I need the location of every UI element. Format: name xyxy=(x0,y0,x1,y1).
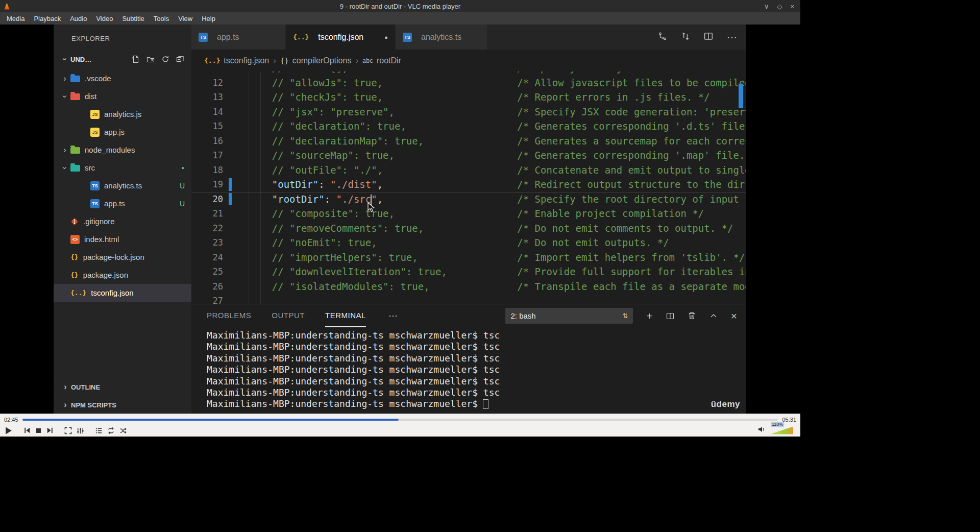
code-line[interactable]: 17 // "sourceMap": true, /* Generates co… xyxy=(191,148,746,163)
maximize-panel-icon[interactable] xyxy=(709,312,718,320)
playlist-button[interactable] xyxy=(95,427,103,434)
tree-item-node_modules[interactable]: ›node_modules xyxy=(54,141,191,159)
chevron-down-icon[interactable]: › xyxy=(60,162,69,174)
tab-app.ts[interactable]: TSapp.ts xyxy=(191,25,286,50)
code-line[interactable]: 21 // "composite": true, /* Enable proje… xyxy=(191,206,746,221)
menu-subtitle[interactable]: Subtitle xyxy=(117,12,149,25)
code-line[interactable]: 22 // "removeComments": true, /* Do not … xyxy=(191,221,746,236)
play-button[interactable] xyxy=(4,426,13,435)
kill-terminal-icon[interactable] xyxy=(688,311,696,320)
tab-analytics.ts[interactable]: TSanalytics.ts xyxy=(396,25,487,50)
tree-item-app.js[interactable]: JSapp.js xyxy=(54,123,191,141)
more-actions-icon[interactable]: ⋯ xyxy=(727,32,737,42)
chevron-down-icon[interactable]: › xyxy=(60,91,69,102)
next-button[interactable] xyxy=(46,427,54,434)
code-editor[interactable]: 11 // "lib": [], /* Specify library file… xyxy=(191,71,746,304)
maximize-button[interactable]: ◇ xyxy=(777,3,782,10)
code-line[interactable]: 18 // "outFile": "./", /* Concatenate an… xyxy=(191,163,746,178)
breadcrumb-tsconfig.json[interactable]: {..}tsconfig.json xyxy=(204,56,269,65)
new-folder-icon[interactable] xyxy=(146,55,155,63)
code-line[interactable]: 26 // "isolatedModules": true, /* Transp… xyxy=(191,279,746,294)
panel-tab-problems[interactable]: PROBLEMS xyxy=(207,304,251,327)
file-label: node_modules xyxy=(85,146,135,154)
open-changes-icon[interactable] xyxy=(658,32,667,43)
tree-item-package.json[interactable]: {}package.json xyxy=(54,266,191,284)
tree-item-package-lock.json[interactable]: {}package-lock.json xyxy=(54,248,191,266)
tree-item-app.ts[interactable]: TSapp.tsU xyxy=(54,195,191,212)
new-terminal-icon[interactable]: + xyxy=(646,310,652,321)
file-label: app.js xyxy=(104,128,125,136)
close-button[interactable]: × xyxy=(790,3,794,10)
panel-tab-output[interactable]: OUTPUT xyxy=(272,304,305,327)
extended-settings-button[interactable] xyxy=(77,427,84,434)
sync-changes-icon[interactable] xyxy=(681,32,690,43)
section-label: NPM SCRIPTS xyxy=(71,401,116,409)
line-number: 13 xyxy=(191,92,223,102)
code-text: // "isolatedModules": true, /* Transpile… xyxy=(249,279,746,294)
code-line[interactable]: 12 // "allowJs": true, /* Allow javascri… xyxy=(191,76,746,90)
code-line[interactable]: 20 "rootDir": "./src", /* Specify the ro… xyxy=(191,192,746,207)
code-line[interactable]: 16 // "declarationMap": true, /* Generat… xyxy=(191,134,746,149)
menu-audio[interactable]: Audio xyxy=(65,12,91,25)
new-file-icon[interactable] xyxy=(132,55,140,63)
split-editor-icon[interactable] xyxy=(704,32,713,43)
tree-item-analytics.ts[interactable]: TSanalytics.tsU xyxy=(54,177,191,195)
volume-slider[interactable] xyxy=(770,427,793,434)
loop-button[interactable] xyxy=(107,427,115,434)
breadcrumb-rootDir[interactable]: abcrootDir xyxy=(362,56,401,65)
chevron-right-icon[interactable]: › xyxy=(59,146,70,155)
tab-tsconfig.json[interactable]: {..}tsconfig.json● xyxy=(286,25,396,50)
split-terminal-icon[interactable] xyxy=(666,312,674,320)
menu-tools[interactable]: Tools xyxy=(149,12,174,25)
minimize-button[interactable]: ∨ xyxy=(764,3,769,10)
fullscreen-button[interactable] xyxy=(64,427,72,434)
tree-item-.gitignore[interactable]: .gitignore xyxy=(54,212,191,230)
code-line[interactable]: 14 // "jsx": "preserve", /* Specify JSX … xyxy=(191,105,746,119)
breadcrumb-compilerOptions[interactable]: {}compilerOptions xyxy=(280,56,351,65)
terminal-shell-select[interactable]: 2: bash ⇅ xyxy=(505,308,633,324)
seek-slider[interactable] xyxy=(22,419,778,421)
stop-button[interactable] xyxy=(35,427,42,434)
menu-video[interactable]: Video xyxy=(91,12,117,25)
code-line[interactable]: 24 // "importHelpers": true, /* Import e… xyxy=(191,250,746,265)
tree-item-src[interactable]: ›src● xyxy=(54,159,191,177)
menu-view[interactable]: View xyxy=(174,12,197,25)
code-line[interactable]: 13 // "checkJs": true, /* Report errors … xyxy=(191,90,746,105)
tree-item-analytics.js[interactable]: JSanalytics.js xyxy=(54,105,191,123)
udemy-watermark: ûdemy xyxy=(711,399,740,409)
vlc-titlebar[interactable]: 9 - rootDir and outDir - VLC media playe… xyxy=(0,0,800,12)
file-label: index.html xyxy=(84,235,119,244)
chevron-right-icon: › xyxy=(60,400,71,409)
file-label: app.ts xyxy=(104,199,125,208)
terminal-line: Maximilians-MBP:understanding-ts mschwar… xyxy=(207,353,746,364)
shuffle-button[interactable] xyxy=(119,427,127,434)
code-line[interactable]: 11 // "lib": [], /* Specify library file… xyxy=(191,71,746,76)
code-line[interactable]: 27 xyxy=(191,294,746,304)
menu-playback[interactable]: Playback xyxy=(29,12,65,25)
outline-section[interactable]: › OUTLINE xyxy=(54,378,191,396)
chevron-right-icon[interactable]: › xyxy=(59,74,70,83)
explorer-section-header[interactable]: › UND… xyxy=(54,49,191,69)
tree-item-tsconfig.json[interactable]: {..}tsconfig.json xyxy=(54,284,191,302)
code-line[interactable]: 15 // "declaration": true, /* Generates … xyxy=(191,119,746,134)
terminal-output[interactable]: Maximilians-MBP:understanding-ts mschwar… xyxy=(207,330,746,410)
collapse-folders-icon[interactable] xyxy=(176,55,184,63)
video-area[interactable]: EXPLORER › UND… ›.vscode›distJSanalytics… xyxy=(0,25,800,414)
code-line[interactable]: 23 // "noEmit": true, /* Do not emit out… xyxy=(191,235,746,250)
tree-item-dist[interactable]: ›dist xyxy=(54,87,191,105)
code-line[interactable]: 25 // "downlevelIteration": true, /* Pro… xyxy=(191,264,746,279)
code-line[interactable]: 19 "outDir": "./dist", /* Redirect outpu… xyxy=(191,177,746,192)
code-lines: 11 // "lib": [], /* Specify library file… xyxy=(191,71,746,304)
npm-scripts-section[interactable]: › NPM SCRIPTS xyxy=(54,396,191,414)
menu-media[interactable]: Media xyxy=(2,12,29,25)
terminal-prompt: Maximilians-MBP:understanding-ts mschwar… xyxy=(207,398,478,409)
previous-button[interactable] xyxy=(23,427,31,434)
close-panel-icon[interactable]: × xyxy=(731,310,737,321)
panel-tab-terminal[interactable]: TERMINAL xyxy=(325,304,366,327)
breadcrumb-label: rootDir xyxy=(377,56,401,65)
panel-more-icon[interactable]: ⋯ xyxy=(388,310,398,322)
tree-item-index.html[interactable]: <>index.html xyxy=(54,230,191,248)
tree-item-.vscode[interactable]: ›.vscode xyxy=(54,69,191,87)
menu-help[interactable]: Help xyxy=(197,12,220,25)
refresh-icon[interactable] xyxy=(161,55,169,63)
